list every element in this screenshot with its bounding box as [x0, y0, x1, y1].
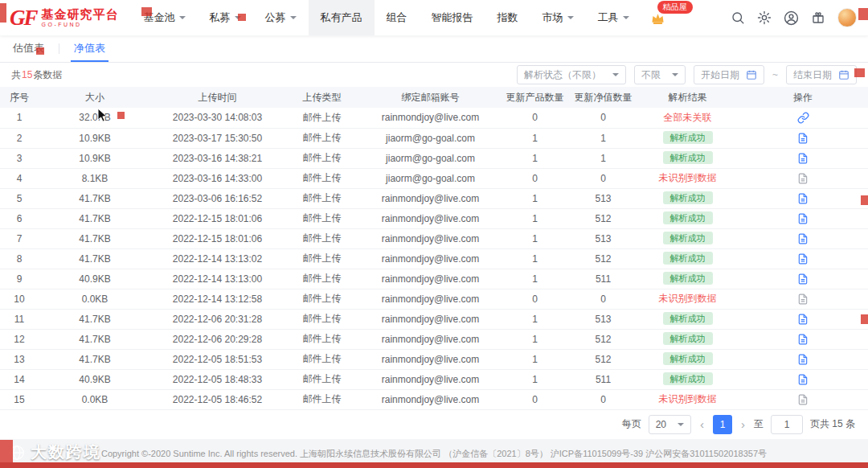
file-icon[interactable] [797, 394, 809, 405]
chevron-down-icon [672, 73, 678, 80]
table-row: 7 41.7KB 2022-12-15 18:01:06 邮件上传 rainmo… [0, 228, 868, 248]
gear-icon[interactable] [757, 10, 772, 25]
premium-entry[interactable]: 精品屋 [649, 0, 691, 35]
detail-icon[interactable] [797, 314, 809, 325]
cell-updated-navs: 512 [569, 208, 637, 228]
cell-bound-email: rainmondjoy@live.com [360, 369, 501, 389]
detail-icon[interactable] [797, 133, 809, 144]
cell-upload-time: 2022-12-14 13:12:58 [151, 289, 284, 309]
table-body: 1 32.0KB 2023-03-30 14:08:03 邮件上传 rainmo… [0, 108, 868, 409]
end-date-input[interactable]: 结束日期 [786, 65, 857, 84]
detail-icon[interactable] [797, 253, 809, 265]
table-row: 2 10.9KB 2023-03-17 15:30:50 邮件上传 jiaorm… [0, 128, 868, 148]
cell-bound-email: rainmondjoy@live.com [360, 248, 501, 269]
nav-item-3[interactable]: 公募 [253, 0, 309, 35]
chevron-down-icon [567, 16, 574, 23]
file-icon[interactable] [797, 294, 809, 305]
parse-result-badge: 解析成功 [663, 151, 713, 164]
cell-updated-products: 0 [501, 108, 569, 128]
cell-index: 7 [0, 228, 39, 248]
nav-item-7[interactable]: 指数 [485, 0, 530, 35]
column-header: 上传类型 [284, 87, 360, 108]
gift-icon[interactable] [811, 10, 825, 25]
nav-item-label: 智能报告 [432, 10, 473, 25]
link-icon[interactable] [797, 112, 809, 124]
cell-updated-products: 1 [501, 369, 569, 389]
cell-upload-type: 邮件上传 [284, 148, 360, 168]
cell-size: 32.0KB [39, 108, 151, 128]
cell-updated-products: 1 [501, 269, 569, 289]
detail-icon[interactable] [797, 153, 809, 164]
cell-upload-time: 2022-12-14 13:13:00 [151, 269, 284, 289]
cell-updated-products: 0 [501, 289, 569, 309]
cell-upload-time: 2023-03-16 14:38:21 [151, 148, 284, 168]
cell-updated-navs: 1 [569, 128, 637, 148]
next-page-button[interactable]: › [739, 417, 747, 431]
premium-badge: 精品屋 [657, 1, 693, 14]
nav-item-4[interactable]: 私有产品 [309, 0, 375, 35]
detail-icon[interactable] [797, 374, 809, 385]
cell-action [738, 108, 868, 128]
column-header: 序号 [0, 87, 39, 108]
detail-icon[interactable] [797, 354, 809, 365]
detail-icon[interactable] [797, 193, 809, 204]
cell-index: 10 [0, 289, 39, 309]
user-icon[interactable] [784, 10, 799, 26]
cell-updated-products: 1 [501, 248, 569, 269]
crown-icon [651, 13, 665, 25]
avatar[interactable] [837, 8, 857, 27]
nav-item-1[interactable]: 基金池 [132, 0, 198, 35]
table-row: 11 41.7KB 2022-12-06 20:31:28 邮件上传 rainm… [0, 309, 868, 329]
search-icon[interactable] [731, 10, 745, 25]
page-jump-input[interactable]: 1 [771, 415, 803, 434]
cell-size: 8.1KB [39, 168, 151, 188]
scope-select[interactable]: 不限 [634, 65, 686, 84]
detail-icon[interactable] [797, 273, 809, 285]
cell-size: 41.7KB [39, 228, 151, 248]
table-row: 14 40.9KB 2022-12-05 18:48:33 邮件上传 rainm… [0, 369, 868, 389]
cell-parse-result: 解析成功 [637, 188, 738, 208]
nav-item-label: 公募 [265, 10, 286, 25]
nav-item-8[interactable]: 市场 [530, 0, 586, 35]
cell-size: 10.9KB [39, 128, 151, 148]
tab-valuation-table[interactable]: 估值表 [10, 35, 47, 62]
copyright-text: Copyright ©-2020 Suntime Inc. All rights… [101, 448, 767, 460]
start-date-input[interactable]: 开始日期 [694, 65, 764, 84]
logo[interactable]: GF 基金研究平台 GO-FUND [10, 7, 119, 29]
current-page[interactable]: 1 [713, 415, 732, 434]
calendar-icon [838, 69, 850, 80]
detail-icon[interactable] [797, 233, 809, 244]
nav-item-6[interactable]: 智能报告 [420, 0, 485, 35]
cell-upload-time: 2022-12-15 18:01:06 [151, 208, 284, 228]
cell-size: 0.0KB [39, 389, 151, 409]
file-icon[interactable] [797, 173, 809, 184]
cell-action [738, 309, 868, 329]
cell-updated-navs: 513 [569, 188, 637, 208]
cell-upload-time: 2022-12-05 18:51:53 [151, 349, 284, 369]
cell-bound-email: jiaorm@go-goal.com [360, 168, 501, 188]
page-size-select[interactable]: 20 [649, 415, 691, 434]
nav-item-2[interactable]: 私募 [198, 0, 253, 35]
cell-upload-type: 邮件上传 [284, 128, 360, 148]
cell-upload-type: 邮件上传 [284, 228, 360, 248]
parse-result-badge: 全部未关联 [664, 112, 712, 123]
cell-updated-navs: 1 [569, 148, 637, 168]
calendar-icon [746, 69, 757, 80]
cell-parse-result: 未识别到数据 [637, 289, 738, 309]
table-row: 13 41.7KB 2022-12-05 18:51:53 邮件上传 rainm… [0, 349, 868, 369]
prev-page-button[interactable]: ‹ [698, 417, 706, 431]
tab-nav-table[interactable]: 净值表 [71, 35, 108, 62]
cell-upload-type: 邮件上传 [284, 309, 360, 329]
cell-upload-type: 邮件上传 [284, 188, 360, 208]
detail-icon[interactable] [797, 213, 809, 224]
cell-index: 15 [0, 389, 39, 409]
nav-item-9[interactable]: 工具 [586, 0, 641, 35]
cell-updated-navs: 0 [569, 168, 637, 188]
start-date-placeholder: 开始日期 [701, 68, 739, 82]
nav-item-5[interactable]: 组合 [375, 0, 420, 35]
detail-icon[interactable] [797, 334, 809, 345]
cell-size: 40.9KB [39, 369, 151, 389]
chevron-down-icon [678, 423, 684, 429]
upload-files-table: 序号大小上传时间上传类型绑定邮箱账号更新产品数量更新净值数量解析结果操作 1 3… [0, 87, 868, 410]
parse-status-select[interactable]: 解析状态（不限） [517, 65, 626, 84]
